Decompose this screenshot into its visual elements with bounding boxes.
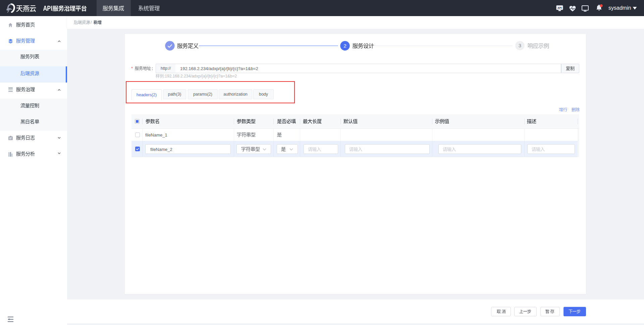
svg-text:API: API (557, 6, 562, 9)
svg-text:3: 3 (518, 43, 521, 48)
svg-text:2: 2 (343, 43, 346, 49)
